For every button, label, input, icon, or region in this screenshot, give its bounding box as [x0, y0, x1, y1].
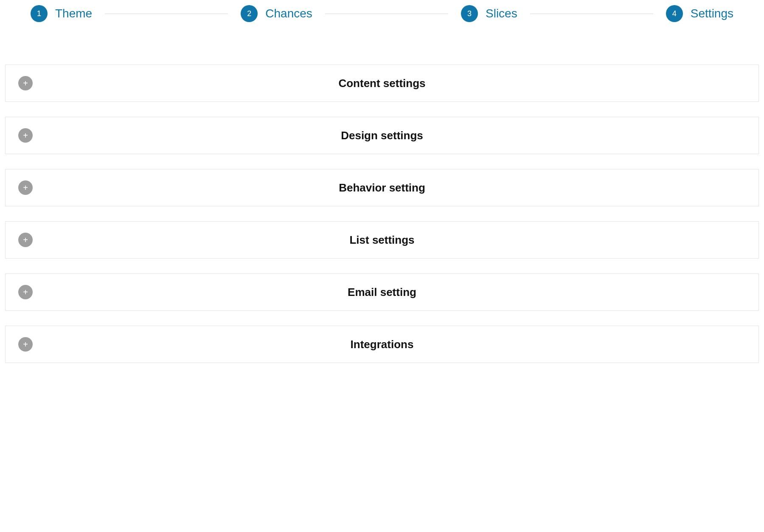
step-connector: [325, 14, 448, 14]
step-label: Slices: [486, 7, 517, 20]
step-number: 3: [467, 9, 472, 18]
expand-symbol: +: [23, 131, 28, 140]
expand-symbol: +: [23, 340, 28, 349]
panel-email-setting[interactable]: + Email setting: [5, 273, 759, 311]
step-theme[interactable]: 1 Theme: [31, 5, 92, 22]
plus-icon[interactable]: +: [18, 285, 33, 299]
panel-design-settings[interactable]: + Design settings: [5, 117, 759, 154]
step-number: 2: [247, 9, 251, 18]
step-number-circle: 1: [31, 5, 48, 22]
plus-icon[interactable]: +: [18, 233, 33, 247]
panel-title: Behavior setting: [339, 181, 425, 194]
panel-title: Email setting: [348, 286, 416, 299]
step-label: Chances: [265, 7, 312, 20]
expand-symbol: +: [23, 236, 28, 244]
step-chances[interactable]: 2 Chances: [241, 5, 312, 22]
step-number-circle: 2: [241, 5, 258, 22]
panel-title: List settings: [349, 234, 414, 247]
plus-icon[interactable]: +: [18, 180, 33, 195]
step-connector: [530, 14, 653, 14]
step-label: Theme: [55, 7, 92, 20]
step-number: 1: [37, 9, 41, 18]
panel-title: Integrations: [351, 338, 414, 351]
panel-title: Content settings: [338, 77, 425, 90]
panels-list: + Content settings + Design settings + B…: [5, 65, 759, 363]
step-slices[interactable]: 3 Slices: [461, 5, 517, 22]
stepper: 1 Theme 2 Chances 3 Slices 4 Settings: [5, 5, 759, 22]
panel-behavior-setting[interactable]: + Behavior setting: [5, 169, 759, 206]
panel-list-settings[interactable]: + List settings: [5, 221, 759, 259]
step-settings[interactable]: 4 Settings: [666, 5, 733, 22]
expand-symbol: +: [23, 79, 28, 87]
panel-title: Design settings: [341, 129, 423, 142]
step-number-circle: 3: [461, 5, 478, 22]
plus-icon[interactable]: +: [18, 128, 33, 143]
panel-content-settings[interactable]: + Content settings: [5, 65, 759, 102]
plus-icon[interactable]: +: [18, 337, 33, 352]
step-number: 4: [672, 9, 677, 18]
step-connector: [105, 14, 228, 14]
step-number-circle: 4: [666, 5, 683, 22]
expand-symbol: +: [23, 288, 28, 296]
panel-integrations[interactable]: + Integrations: [5, 326, 759, 363]
plus-icon[interactable]: +: [18, 76, 33, 90]
step-label: Settings: [691, 7, 733, 20]
expand-symbol: +: [23, 183, 28, 192]
